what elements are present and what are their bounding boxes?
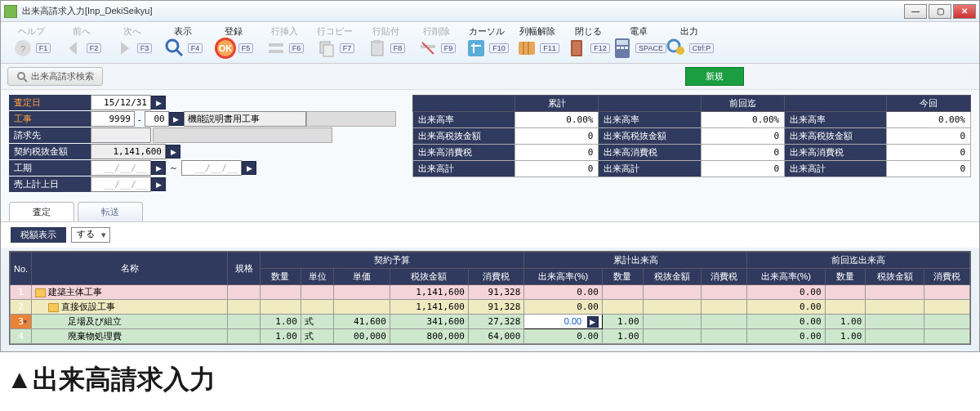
form-area: 査定日 15/12/31 ▶ 工事 9999 - 00 ▶ 機能説明書用工事 請… bbox=[1, 90, 979, 197]
uriage-label: 売上計上日 bbox=[9, 176, 91, 192]
kouki-label: 工期 bbox=[9, 160, 91, 176]
page-caption: ▲出来高請求入力 bbox=[0, 352, 980, 401]
svg-rect-16 bbox=[519, 42, 535, 55]
kouki-to-picker[interactable]: ▶ bbox=[242, 161, 256, 175]
svg-line-3 bbox=[176, 50, 182, 56]
search-bar: 出来高請求検索 新規 bbox=[1, 64, 979, 90]
tb-copy[interactable]: 行コピー F7 bbox=[310, 24, 360, 61]
tb-colwidth[interactable]: 列幅解除 F11 bbox=[512, 24, 563, 61]
table-row[interactable]: 3 足場及び組立 1.00式41,600 341,60027,328 0.00 … bbox=[11, 315, 970, 329]
svg-point-27 bbox=[676, 47, 684, 55]
tb-delete[interactable]: 行削除 F9 bbox=[411, 24, 461, 61]
close-button[interactable]: ✕ bbox=[953, 4, 976, 19]
row-delete-icon bbox=[416, 37, 439, 60]
next-icon bbox=[113, 37, 136, 60]
data-grid[interactable]: No. 名称 規格 契約予算 累計出来高 前回迄出来高 数量単位単価税抜金額消費… bbox=[9, 251, 971, 345]
tb-show[interactable]: 表示 F4 bbox=[158, 24, 208, 61]
table-row[interactable]: 4 廃棄物処理費 1.00式00,000 800,00064,000 0.001… bbox=[11, 329, 970, 344]
tab-satei[interactable]: 査定 bbox=[9, 202, 74, 221]
satei-field[interactable]: 15/12/31 bbox=[91, 95, 151, 110]
window-title: 出来高請求入力[Inp_DekiSeikyu] bbox=[22, 5, 904, 17]
row-paste-icon bbox=[366, 37, 389, 60]
svg-rect-10 bbox=[323, 45, 333, 56]
svg-text:OK: OK bbox=[218, 43, 232, 53]
svg-point-28 bbox=[18, 73, 24, 79]
app-window: 出来高請求入力[Inp_DekiSeikyu] — ▢ ✕ ヘルプ ?F1 前へ… bbox=[0, 0, 980, 352]
svg-rect-15 bbox=[468, 40, 484, 56]
satei-label: 査定日 bbox=[9, 95, 91, 110]
titlebar: 出来高請求入力[Inp_DekiSeikyu] — ▢ ✕ bbox=[1, 1, 979, 22]
minimize-button[interactable]: — bbox=[904, 4, 927, 19]
kouki-to-field[interactable]: __/__/__ bbox=[181, 160, 242, 176]
svg-rect-7 bbox=[269, 43, 283, 47]
tax-display-select[interactable]: する bbox=[71, 227, 110, 243]
row-copy-icon bbox=[315, 37, 338, 60]
table-row[interactable]: 1 建築主体工事 1,141,60091,328 0.00 0.00 bbox=[11, 285, 970, 300]
svg-rect-8 bbox=[269, 50, 283, 53]
seikyu-name-field bbox=[153, 127, 332, 143]
toolbar: ヘルプ ?F1 前へ F2 次へ F3 表示 F4 登録 OKF5 行挿入 F6… bbox=[1, 22, 979, 64]
output-icon bbox=[665, 37, 688, 60]
table-row[interactable]: 2 直接仮設工事 1,141,60091,328 0.00 0.00 bbox=[11, 300, 970, 315]
help-icon: ? bbox=[11, 37, 34, 60]
svg-line-29 bbox=[24, 78, 27, 82]
svg-rect-11 bbox=[372, 42, 383, 56]
tb-close[interactable]: 閉じる F12 bbox=[563, 24, 613, 61]
svg-rect-12 bbox=[374, 40, 381, 43]
svg-rect-22 bbox=[617, 40, 628, 45]
tax-display-label: 税額表示 bbox=[11, 227, 66, 243]
koji-label: 工事 bbox=[9, 111, 91, 127]
tb-calc[interactable]: 電卓 SPACE bbox=[613, 24, 664, 61]
tb-paste[interactable]: 行貼付 F8 bbox=[360, 24, 411, 61]
summary-panel: 累計前回迄今回 出来高率0.00%出来高率0.00%出来高率0.00% 出来高税… bbox=[412, 95, 971, 192]
svg-text:?: ? bbox=[20, 44, 25, 54]
maximize-button[interactable]: ▢ bbox=[929, 4, 951, 19]
svg-rect-23 bbox=[617, 47, 620, 49]
ok-icon: OK bbox=[214, 37, 237, 60]
svg-rect-24 bbox=[621, 47, 624, 49]
book-close-icon bbox=[566, 37, 589, 60]
prev-icon bbox=[62, 37, 85, 60]
keiyaku-field: 1,141,600 bbox=[91, 144, 166, 159]
option-row: 税額表示 する bbox=[1, 221, 979, 248]
keiyaku-picker[interactable]: ▶ bbox=[166, 145, 180, 159]
tb-prev[interactable]: 前へ F2 bbox=[56, 24, 107, 61]
satei-picker[interactable]: ▶ bbox=[151, 96, 166, 109]
seikyu-label: 請求先 bbox=[9, 127, 91, 143]
summary-table: 累計前回迄今回 出来高率0.00%出来高率0.00%出来高率0.00% 出来高税… bbox=[412, 95, 971, 177]
koji-code-field[interactable]: 9999 bbox=[91, 111, 135, 127]
form-left: 査定日 15/12/31 ▶ 工事 9999 - 00 ▶ 機能説明書用工事 請… bbox=[9, 95, 396, 192]
kouki-from-field[interactable]: __/__/__ bbox=[91, 160, 151, 176]
tb-insert[interactable]: 行挿入 F6 bbox=[259, 24, 310, 61]
tb-register[interactable]: 登録 OKF5 bbox=[208, 24, 259, 61]
app-icon bbox=[4, 5, 17, 18]
uriage-picker[interactable]: ▶ bbox=[151, 177, 166, 191]
tb-cursor[interactable]: カーソル F10 bbox=[461, 24, 512, 61]
koji-sub-field[interactable]: 00 bbox=[145, 111, 169, 127]
koji-name-field: 機能説明書用工事 bbox=[184, 111, 306, 127]
tab-tensou[interactable]: 転送 bbox=[78, 202, 143, 221]
keiyaku-label: 契約税抜金額 bbox=[9, 144, 91, 159]
tabs: 査定 転送 bbox=[1, 197, 979, 221]
tb-output[interactable]: 出力 Ctrl:P bbox=[664, 24, 715, 61]
svg-point-2 bbox=[167, 40, 178, 51]
koji-picker[interactable]: ▶ bbox=[169, 112, 184, 126]
seikyu-field bbox=[91, 127, 151, 143]
uriage-field[interactable]: __/__/__ bbox=[91, 176, 151, 192]
koji-extra-field bbox=[306, 111, 396, 127]
column-width-icon bbox=[515, 37, 538, 60]
kouki-from-picker[interactable]: ▶ bbox=[151, 161, 166, 175]
svg-rect-20 bbox=[572, 42, 581, 55]
search-button[interactable]: 出来高請求検索 bbox=[7, 67, 103, 86]
rate-edit-cell[interactable]: 0.00 ▶ bbox=[524, 315, 602, 329]
folder-icon bbox=[35, 288, 46, 297]
folder-icon bbox=[48, 303, 59, 312]
cursor-icon bbox=[465, 37, 488, 60]
tb-next[interactable]: 次へ F3 bbox=[107, 24, 158, 61]
calculator-icon bbox=[611, 37, 634, 60]
tb-help[interactable]: ヘルプ ?F1 bbox=[6, 24, 56, 61]
magnifier-icon bbox=[163, 37, 186, 60]
svg-rect-25 bbox=[625, 47, 628, 49]
new-button[interactable]: 新規 bbox=[685, 67, 744, 86]
search-icon bbox=[16, 71, 28, 83]
